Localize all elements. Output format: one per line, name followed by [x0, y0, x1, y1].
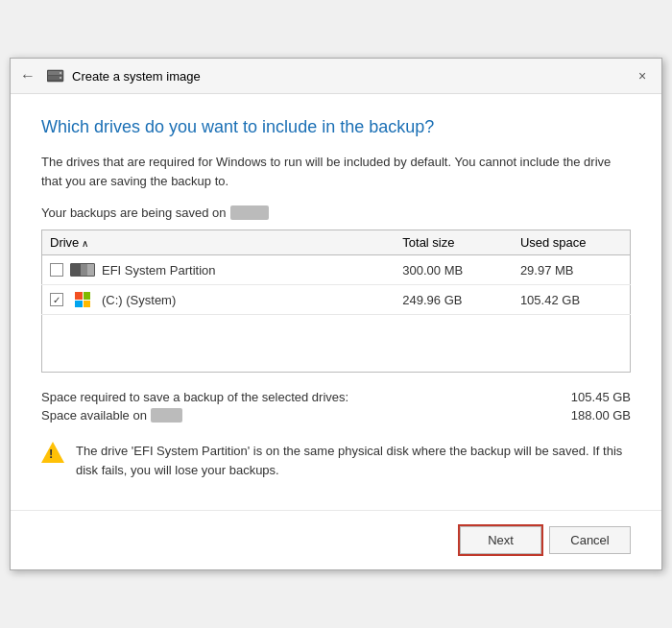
warning-box: The drive 'EFI System Partition' is on t…: [41, 442, 631, 479]
next-button[interactable]: Next: [460, 526, 541, 554]
space-available-value: 188.00 GB: [571, 408, 631, 423]
space-required-value: 105.45 GB: [571, 390, 631, 404]
table-row: EFI System Partition 300.00 MB 29.97 MB: [42, 255, 631, 285]
title-bar: ← Create a system image ×: [11, 59, 661, 94]
efi-drive-icon: [69, 261, 96, 278]
col-header-total: Total size: [395, 230, 513, 255]
space-available-row: Space available on 188.00 GB: [41, 408, 631, 423]
title-bar-left: ← Create a system image: [20, 67, 201, 85]
c-total-size: 249.96 GB: [395, 285, 513, 315]
warning-text: The drive 'EFI System Partition' is on t…: [76, 442, 631, 479]
col-header-drive: Drive: [42, 230, 396, 255]
drive-cell-efi: EFI System Partition: [42, 255, 396, 285]
efi-total-size: 300.00 MB: [395, 255, 513, 285]
c-drive-name: (C:) (System): [102, 293, 176, 307]
space-available-label: Space available on: [41, 408, 147, 423]
svg-point-4: [60, 77, 61, 79]
main-window: ← Create a system image × Which drives d…: [10, 58, 662, 570]
description-text: The drives that are required for Windows…: [41, 153, 631, 190]
page-heading: Which drives do you want to include in t…: [41, 117, 631, 137]
space-info: Space required to save a backup of the s…: [41, 390, 631, 423]
space-available-drive: [151, 408, 182, 423]
system-image-icon: [47, 68, 64, 84]
checkbox-efi[interactable]: [50, 263, 63, 277]
cancel-button[interactable]: Cancel: [549, 526, 631, 554]
content-area: Which drives do you want to include in t…: [11, 94, 661, 510]
close-button[interactable]: ×: [633, 66, 652, 85]
svg-point-3: [60, 72, 61, 74]
space-available-label-group: Space available on: [41, 408, 182, 423]
drives-table: Drive Total size Used space EFI System: [41, 229, 631, 373]
efi-used-space: 29.97 MB: [513, 255, 631, 285]
empty-row: [42, 315, 631, 373]
saved-on-line: Your backups are being saved on: [41, 205, 631, 220]
drive-cell-c: (C:) (System): [42, 285, 396, 315]
footer: Next Cancel: [11, 510, 661, 569]
efi-drive-name: EFI System Partition: [102, 263, 215, 278]
c-drive-icon: [69, 291, 96, 308]
space-required-row: Space required to save a backup of the s…: [41, 390, 631, 404]
window-title: Create a system image: [72, 69, 201, 84]
warning-icon: [41, 442, 64, 465]
table-row: (C:) (System) 249.96 GB 105.42 GB: [42, 285, 631, 315]
saved-on-drive: [230, 205, 270, 220]
back-button[interactable]: ←: [20, 67, 36, 85]
col-header-used: Used space: [513, 230, 631, 255]
saved-on-label: Your backups are being saved on: [41, 205, 227, 220]
checkbox-c-drive[interactable]: [50, 293, 63, 306]
space-required-label: Space required to save a backup of the s…: [41, 390, 348, 404]
c-used-space: 105.42 GB: [513, 285, 631, 315]
